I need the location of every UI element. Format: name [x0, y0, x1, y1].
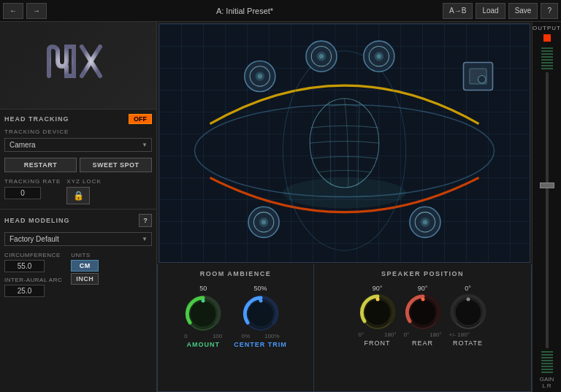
lr-label: L R [542, 383, 551, 389]
amount-knob[interactable] [184, 295, 222, 333]
head-modeling-dropdown-wrapper: Factory Default [4, 231, 152, 246]
bottom-sections: ROOM AMBIENCE 50 [157, 264, 532, 392]
speaker-bottom-right [410, 207, 440, 237]
cm-unit-button[interactable]: CM [71, 260, 99, 272]
head-modeling-section: HEAD MODELING ? Factory Default CIRCUMFE… [0, 210, 156, 392]
svg-point-38 [410, 299, 436, 326]
rear-label: REAR [412, 339, 433, 347]
tracking-rate-label: TRACKING RATE [4, 178, 61, 185]
inter-aural-input[interactable] [4, 285, 45, 297]
inch-unit-button[interactable]: INCH [71, 273, 99, 285]
restart-button[interactable]: RESTART [4, 158, 77, 172]
rotate-knob[interactable] [449, 293, 487, 331]
main-layout: HEAD TRACKING OFF TRACKING DEVICE Camera… [0, 22, 561, 392]
head-modeling-header: HEAD MODELING ? [4, 214, 152, 227]
head-modeling-help-button[interactable]: ? [139, 214, 152, 227]
speaker-position-section: SPEAKER POSITION 90° 0° [314, 264, 532, 392]
rotate-knob-container: 0° +/- 180° ROTATE [449, 285, 487, 347]
rotate-label: ROTATE [453, 339, 483, 347]
amount-value: 50 [199, 285, 207, 292]
speaker-top-center [306, 41, 337, 72]
rotate-value: 0° [465, 285, 471, 292]
center-trim-knob[interactable] [242, 295, 280, 333]
ab-button[interactable]: A→B [443, 3, 473, 19]
xyz-lock-button[interactable]: 🔒 [66, 187, 90, 204]
rear-knob[interactable] [404, 293, 442, 331]
meter-tick-16 [541, 372, 553, 373]
load-button[interactable]: Load [476, 3, 505, 19]
save-button[interactable]: Save [508, 3, 538, 19]
next-button[interactable]: → [26, 3, 47, 19]
help-button[interactable]: ? [541, 3, 558, 19]
tracking-device-select[interactable]: Camera [4, 138, 152, 152]
visualization-svg [159, 24, 530, 262]
center-trim-label: CENTER TRIM [234, 341, 287, 348]
tracking-bottom: TRACKING RATE XYZ LOCK 🔒 [4, 178, 152, 204]
svg-point-27 [283, 177, 405, 208]
meter-tick-15 [541, 369, 553, 370]
xyz-lock-item: XYZ LOCK 🔒 [66, 178, 102, 204]
units-group: UNITS CM INCH [71, 252, 99, 297]
sweet-spot-button[interactable]: SWEET SPOT [80, 158, 152, 172]
rear-range: 0° 180° [404, 331, 442, 338]
meter-tick-9 [541, 351, 553, 353]
meter-tick-5 [541, 59, 553, 61]
head-wireframe [310, 99, 379, 188]
gain-label: GAIN [540, 376, 554, 383]
head-modeling-preset-select[interactable]: Factory Default [4, 232, 152, 246]
circumference-label: CIRCUMFERENCE [4, 252, 62, 258]
svg-point-33 [259, 299, 262, 303]
meter-tick-7 [541, 65, 553, 66]
circumference-group: CIRCUMFERENCE INTER-AURAL ARC [4, 252, 62, 297]
left-panel: HEAD TRACKING OFF TRACKING DEVICE Camera… [0, 22, 157, 392]
meter-tick-14 [541, 366, 553, 367]
tracking-status-badge[interactable]: OFF [129, 114, 152, 124]
top-bar: ← → A: Initial Preset* A→B Load Save ? [0, 0, 561, 22]
meter-tick-10 [541, 354, 553, 356]
svg-point-26 [423, 220, 427, 224]
center-trim-range: 0% 100% [242, 333, 280, 339]
svg-point-39 [421, 298, 424, 301]
fader-handle[interactable] [540, 182, 554, 188]
room-ambience-knobs: 50 0 100 [164, 285, 308, 348]
svg-point-18 [478, 75, 486, 83]
speaker-top-right [364, 41, 394, 72]
logo-area [0, 22, 156, 109]
rear-knob-container: 90° 0° 180° REAR [404, 285, 442, 347]
meter-tick-3 [541, 53, 553, 55]
meter-tick-1 [541, 47, 553, 49]
front-knob[interactable] [359, 293, 397, 331]
prev-button[interactable]: ← [3, 3, 23, 19]
svg-point-7 [258, 74, 262, 78]
room-ambience-title: ROOM AMBIENCE [164, 270, 308, 277]
units-label: UNITS [71, 252, 99, 258]
front-value: 90° [373, 285, 383, 292]
front-knob-container: 90° 0° 180° FRONT [359, 285, 397, 347]
room-ambience-section: ROOM AMBIENCE 50 [157, 264, 314, 392]
visualization-area [159, 23, 530, 263]
head-tracking-title: HEAD TRACKING [4, 115, 69, 123]
circumference-input[interactable] [4, 260, 45, 272]
speaker-right-box [464, 63, 493, 91]
tracking-rate-input[interactable] [4, 187, 41, 199]
svg-point-2 [283, 51, 405, 250]
circumference-param: CIRCUMFERENCE [4, 252, 62, 272]
meter-tick-11 [541, 357, 553, 358]
svg-point-36 [375, 298, 379, 301]
svg-point-42 [466, 298, 470, 301]
xyz-lock-label: XYZ LOCK [66, 178, 102, 185]
meter-tick-8 [541, 68, 553, 69]
meter-tick-6 [541, 62, 553, 64]
head-modeling-title: HEAD MODELING [4, 217, 70, 224]
amount-knob-container: 50 0 100 [184, 285, 222, 348]
front-label: FRONT [365, 339, 391, 347]
meter-tick-2 [541, 50, 553, 52]
output-title: OUTPUT [533, 25, 561, 31]
nx-logo [42, 36, 115, 95]
rotate-range: +/- 180° [449, 331, 487, 338]
tracking-btn-row: RESTART SWEET SPOT [4, 158, 152, 172]
meter-ticks [534, 47, 560, 69]
center-trim-value: 50% [253, 285, 267, 292]
svg-point-11 [319, 54, 324, 58]
svg-point-22 [262, 220, 266, 224]
